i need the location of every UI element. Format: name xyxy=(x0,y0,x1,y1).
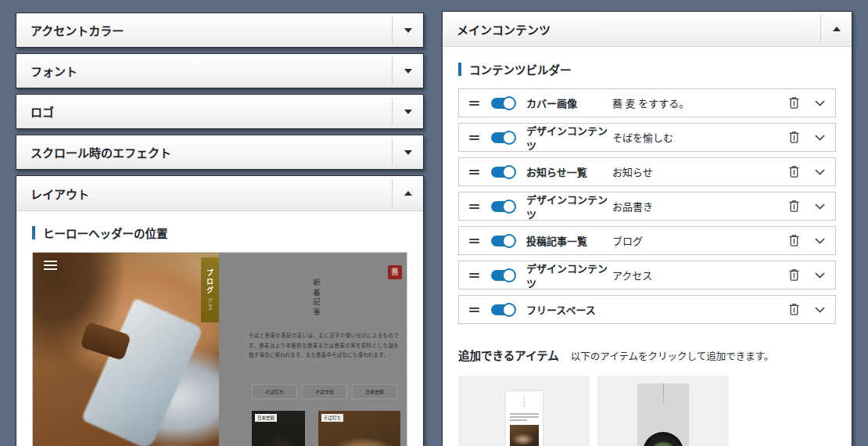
builder-row-design-content-3: デザインコンテンツ アクセス xyxy=(458,261,836,290)
preview-tab: 日本史観 xyxy=(352,384,397,399)
preview-tab: そば文化 xyxy=(302,384,347,399)
accent-bar xyxy=(458,63,461,76)
trash-icon[interactable] xyxy=(788,131,800,144)
preview-category-tabs: そば打ち そば文化 日本史観 xyxy=(252,384,397,399)
accordion-accent-color[interactable]: アクセントカラー xyxy=(16,13,424,48)
drag-handle-icon[interactable] xyxy=(469,134,479,142)
chevron-down-icon xyxy=(392,138,423,166)
drag-handle-icon[interactable] xyxy=(469,272,479,279)
toggle-on[interactable] xyxy=(491,304,515,315)
section-title-text: ヒーローヘッダーの位置 xyxy=(43,225,168,241)
preview-article-cards: 日本史観 そば打ち xyxy=(252,411,400,446)
chevron-up-icon xyxy=(820,15,852,43)
preview-article-card: 日本史観 xyxy=(252,411,305,446)
customizer-left-column: アクセントカラー フォント ロゴ スクロール時のエフェクト レイアウト ヒーロー… xyxy=(16,13,424,446)
builder-row-design-content-2: デザインコンテンツ お品書き xyxy=(458,192,836,221)
builder-row-news-list: お知らせ一覧 お知らせ xyxy=(458,157,836,186)
row-value: お品書き xyxy=(612,199,653,214)
drag-handle-icon[interactable] xyxy=(469,237,479,245)
trash-icon[interactable] xyxy=(788,165,800,178)
row-label: デザインコンテンツ xyxy=(526,192,612,221)
drag-handle-icon[interactable] xyxy=(469,99,479,107)
preview-tab: そば打ち xyxy=(252,384,297,399)
trash-icon[interactable] xyxy=(788,200,800,213)
add-items-title: 追加できるアイテム xyxy=(458,347,559,363)
addable-item-card[interactable] xyxy=(458,376,590,446)
trash-icon[interactable] xyxy=(788,268,800,282)
panel-main-content: メインコンテンツ コンテンツビルダー カバー画像 蕎 麦 をすする。 xyxy=(442,11,852,446)
item-thumbnail xyxy=(506,391,543,446)
builder-row-cover-image: カバー画像 蕎 麦 をすする。 xyxy=(458,88,836,117)
accordion-label: フォント xyxy=(16,63,77,79)
builder-row-post-list: 投稿記事一覧 ブログ xyxy=(458,226,836,255)
trash-icon[interactable] xyxy=(788,96,800,110)
accordion-logo[interactable]: ロゴ xyxy=(16,94,424,129)
chevron-down-icon xyxy=(392,16,423,44)
row-label: カバー画像 xyxy=(526,95,612,110)
post-list-title: 新着記事 xyxy=(310,279,321,318)
addable-item-card[interactable] xyxy=(597,376,729,446)
chevron-down-icon[interactable] xyxy=(815,238,825,244)
chevron-down-icon[interactable] xyxy=(815,135,825,141)
soba-bowl-image xyxy=(643,432,683,446)
blog-vertical-banner: ブログ BLOG xyxy=(201,257,219,322)
article-card-label: 日本史観 xyxy=(255,414,277,422)
toggle-on[interactable] xyxy=(491,236,515,246)
accent-bar xyxy=(32,226,35,239)
preview-article-card: そば打ち xyxy=(318,411,400,446)
accordion-label: スクロール時のエフェクト xyxy=(16,144,171,160)
chevron-down-icon[interactable] xyxy=(815,272,825,279)
content-builder-list: カバー画像 蕎 麦 をすする。 デザインコンテンツ そばを愉しむ xyxy=(458,88,836,324)
builder-row-design-content-1: デザインコンテンツ そばを愉しむ xyxy=(458,123,836,152)
trash-icon[interactable] xyxy=(788,303,800,316)
chevron-down-icon[interactable] xyxy=(815,203,825,210)
row-label: お知らせ一覧 xyxy=(526,164,612,179)
toggle-on[interactable] xyxy=(491,98,515,109)
banner-label: ブログ xyxy=(205,269,215,295)
hero-photo xyxy=(33,253,219,446)
main-panel-body: コンテンツビルダー カバー画像 蕎 麦 をすする。 xyxy=(443,47,852,446)
accordion-label: メインコンテンツ xyxy=(443,21,551,38)
chevron-down-icon xyxy=(392,98,423,125)
section-title-text: コンテンツビルダー xyxy=(469,61,572,77)
accordion-label: レイアウト xyxy=(16,185,89,202)
drag-handle-icon[interactable] xyxy=(469,306,479,314)
accordion-label: アクセントカラー xyxy=(16,22,124,38)
drag-handle-icon[interactable] xyxy=(469,168,479,176)
chevron-down-icon xyxy=(392,57,423,85)
add-items-header: 追加できるアイテム 以下のアイテムをクリックして追加できます。 xyxy=(458,347,836,363)
hamburger-menu-icon xyxy=(44,261,57,272)
toggle-on[interactable] xyxy=(491,132,515,143)
row-value: 蕎 麦 をすする。 xyxy=(612,95,689,110)
accordion-label: ロゴ xyxy=(16,103,54,120)
layout-panel-body: ヒーローヘッダーの位置 ブログ BLOG xyxy=(16,211,423,446)
row-value: アクセス xyxy=(612,268,652,282)
row-label: デザインコンテンツ xyxy=(526,123,612,153)
drag-handle-icon[interactable] xyxy=(469,203,479,210)
preview-body-text: そばと蕎麦の表記の違いは、主に漢字の使い分けによるものです。蕎麦はより本格的な蕎… xyxy=(249,331,399,361)
accordion-scroll-effect[interactable]: スクロール時のエフェクト xyxy=(16,135,424,170)
addable-items-list xyxy=(458,376,836,446)
section-title-content-builder: コンテンツビルダー xyxy=(458,61,836,77)
accordion-layout[interactable]: レイアウト xyxy=(16,176,423,211)
chevron-down-icon[interactable] xyxy=(815,307,825,313)
toggle-on[interactable] xyxy=(491,167,515,178)
chevron-down-icon[interactable] xyxy=(815,100,825,106)
chevron-up-icon xyxy=(392,179,423,207)
item-thumbnail xyxy=(637,383,689,446)
row-value: そばを愉しむ xyxy=(612,130,673,145)
add-items-hint: 以下のアイテムをクリックして追加できます。 xyxy=(571,348,774,363)
article-card-label: そば打ち xyxy=(321,414,343,422)
panel-layout: レイアウト ヒーローヘッダーの位置 xyxy=(16,175,424,446)
hero-layout-preview-option[interactable]: ブログ BLOG 蕎 新着記事 そばと蕎麦の表記の違いは、主に漢字の使い分けによ… xyxy=(32,252,407,446)
toggle-on[interactable] xyxy=(491,270,515,281)
builder-row-free-space: フリースペース xyxy=(458,295,836,324)
accordion-main-content[interactable]: メインコンテンツ xyxy=(443,12,852,47)
thumbnail-photo xyxy=(510,425,539,446)
trash-icon[interactable] xyxy=(788,234,800,247)
toggle-on[interactable] xyxy=(491,201,515,212)
row-value: お知らせ xyxy=(612,164,653,179)
accordion-font[interactable]: フォント xyxy=(16,53,424,88)
chevron-down-icon[interactable] xyxy=(815,169,825,175)
row-label: フリースペース xyxy=(526,302,612,317)
